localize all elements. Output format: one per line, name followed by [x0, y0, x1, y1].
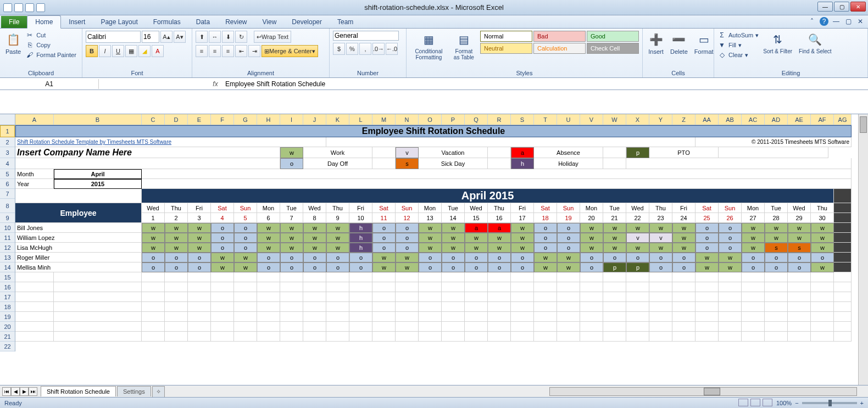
cell[interactable] [649, 322, 672, 332]
employee-name[interactable]: Mellisa Minh [15, 262, 142, 272]
style-normal[interactable]: Normal [480, 31, 532, 42]
cell[interactable] [396, 332, 419, 342]
schedule-cell[interactable]: w [488, 243, 511, 253]
cell[interactable] [672, 302, 695, 312]
schedule-cell[interactable]: w [649, 223, 672, 233]
cell[interactable] [811, 272, 834, 282]
day-number[interactable]: 15 [465, 213, 488, 223]
day-header[interactable]: Sat [211, 203, 234, 213]
schedule-cell[interactable]: w [442, 243, 465, 253]
schedule-cell[interactable]: o [211, 233, 234, 243]
cell[interactable] [534, 302, 557, 312]
schedule-cell[interactable]: w [672, 233, 695, 243]
day-header[interactable]: Fri [511, 203, 534, 213]
schedule-cell[interactable]: w [280, 223, 303, 233]
schedule-cell[interactable]: o [303, 253, 326, 262]
fill-button[interactable]: ▼Fill ▾ [717, 41, 759, 49]
day-number[interactable]: 28 [765, 213, 788, 223]
schedule-cell[interactable]: o [326, 262, 349, 272]
employee-name[interactable]: Bill Jones [15, 223, 142, 233]
column-header-S[interactable]: S [511, 114, 534, 125]
column-header-AD[interactable]: AD [765, 114, 788, 125]
insert-cells-button[interactable]: ➕Insert [646, 31, 666, 56]
schedule-cell[interactable]: o [280, 253, 303, 262]
cell[interactable] [211, 282, 234, 292]
day-header[interactable]: Thu [488, 203, 511, 213]
schedule-cell[interactable]: o [165, 262, 188, 272]
cell[interactable] [695, 292, 719, 302]
column-header-O[interactable]: O [419, 114, 442, 125]
cell[interactable] [280, 302, 303, 312]
schedule-cell[interactable]: o [511, 253, 534, 262]
cell[interactable] [54, 312, 142, 322]
cell[interactable] [257, 282, 280, 292]
cell[interactable] [165, 272, 188, 282]
cell[interactable] [834, 302, 852, 312]
cell[interactable] [326, 302, 349, 312]
cell[interactable] [442, 282, 465, 292]
column-header-K[interactable]: K [326, 114, 349, 125]
cell[interactable] [580, 302, 603, 312]
cell[interactable] [603, 282, 626, 292]
cell[interactable] [672, 282, 695, 292]
cell[interactable] [511, 302, 534, 312]
schedule-cell[interactable]: w [211, 262, 234, 272]
cell[interactable] [142, 272, 165, 282]
prev-sheet-button[interactable]: ◀ [11, 387, 20, 396]
cell[interactable] [649, 292, 672, 302]
schedule-cell[interactable]: w [303, 233, 326, 243]
cell[interactable] [672, 272, 695, 282]
cell[interactable] [54, 332, 142, 342]
row-header-9[interactable]: 9 [0, 213, 15, 223]
day-header[interactable]: Thu [165, 203, 188, 213]
row-header-18[interactable]: 18 [0, 302, 15, 312]
cell[interactable] [165, 322, 188, 332]
minimize-ribbon-icon[interactable]: ˄ [808, 17, 816, 26]
day-header[interactable]: Mon [419, 203, 442, 213]
schedule-cell[interactable]: w [765, 223, 788, 233]
cell[interactable] [349, 332, 372, 342]
schedule-cell[interactable]: w [511, 243, 534, 253]
decrease-font-button[interactable]: A▾ [174, 31, 186, 43]
column-header-AF[interactable]: AF [811, 114, 834, 125]
schedule-cell[interactable]: o [442, 253, 465, 262]
row-header-19[interactable]: 19 [0, 312, 15, 322]
cell[interactable] [372, 322, 396, 332]
tab-view[interactable]: View [255, 16, 285, 28]
paste-button[interactable]: 📋 Paste [3, 31, 23, 56]
cell[interactable] [396, 282, 419, 292]
cell[interactable] [719, 272, 742, 282]
cell[interactable] [788, 302, 811, 312]
column-header-B[interactable]: B [54, 114, 142, 125]
cell[interactable] [142, 322, 165, 332]
cell[interactable] [811, 312, 834, 322]
schedule-cell[interactable]: p [626, 262, 649, 272]
cell[interactable] [165, 302, 188, 312]
schedule-cell[interactable]: o [788, 262, 811, 272]
cell[interactable] [811, 292, 834, 302]
schedule-cell[interactable]: o [534, 223, 557, 233]
schedule-cell[interactable]: h [349, 233, 372, 243]
border-button[interactable]: ▦ [125, 45, 137, 57]
cell[interactable] [303, 322, 326, 332]
schedule-cell[interactable]: o [557, 233, 580, 243]
cell[interactable] [211, 292, 234, 302]
cell[interactable] [349, 322, 372, 332]
cell[interactable] [211, 272, 234, 282]
cell[interactable] [580, 322, 603, 332]
cell[interactable] [811, 302, 834, 312]
cell[interactable]: Employee Shift Rotation Schedule [15, 125, 852, 137]
cell[interactable] [511, 282, 534, 292]
cell[interactable] [465, 332, 488, 342]
cell[interactable] [788, 272, 811, 282]
help-icon[interactable]: ? [820, 17, 828, 26]
cell[interactable] [834, 203, 852, 213]
cell[interactable] [15, 272, 54, 282]
schedule-cell[interactable]: o [488, 262, 511, 272]
cell[interactable] [15, 282, 54, 292]
day-number[interactable]: 4 [211, 213, 234, 223]
schedule-cell[interactable]: w [603, 233, 626, 243]
schedule-cell[interactable]: w [280, 233, 303, 243]
employee-name[interactable]: Roger Miller [15, 253, 142, 262]
day-header[interactable]: Sun [234, 203, 257, 213]
